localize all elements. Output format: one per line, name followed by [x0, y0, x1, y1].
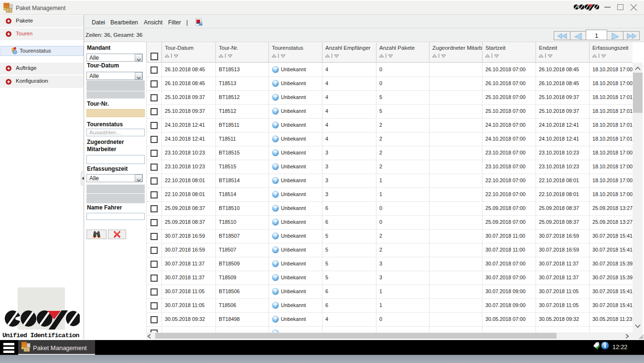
- svg-text:?: ?: [274, 67, 277, 72]
- svg-text:?: ?: [274, 220, 277, 225]
- svg-text:?: ?: [274, 164, 277, 169]
- svg-text:?: ?: [274, 289, 277, 294]
- svg-text:?: ?: [274, 317, 277, 322]
- svg-text:?: ?: [274, 233, 277, 239]
- svg-text:?: ?: [274, 178, 277, 183]
- svg-text:?: ?: [274, 275, 277, 280]
- svg-text:?: ?: [274, 206, 277, 211]
- svg-text:?: ?: [274, 109, 277, 114]
- svg-text:?: ?: [274, 150, 277, 155]
- svg-text:?: ?: [274, 95, 277, 100]
- svg-text:?: ?: [274, 192, 277, 197]
- svg-text:?: ?: [274, 261, 277, 266]
- svg-text:?: ?: [274, 136, 277, 142]
- svg-text:?: ?: [274, 247, 277, 253]
- svg-text:?: ?: [274, 81, 277, 86]
- svg-text:?: ?: [274, 303, 277, 308]
- svg-text:?: ?: [274, 122, 277, 128]
